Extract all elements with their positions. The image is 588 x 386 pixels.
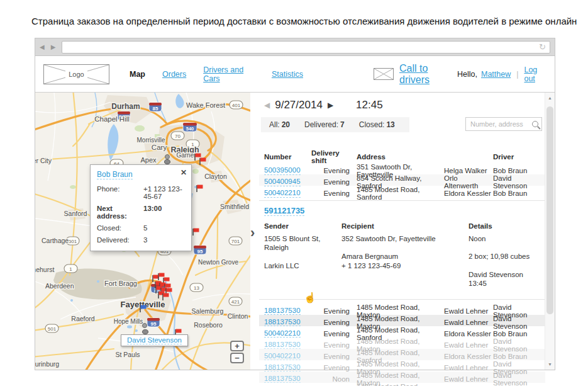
delivery-flag-icon[interactable] — [193, 229, 199, 236]
address-bar-input[interactable] — [66, 43, 539, 52]
table-row[interactable]: 188137530 Evening 1485 Modest Road, Maxt… — [259, 315, 545, 326]
filter-all[interactable]: All:20 — [269, 120, 290, 129]
current-time: 12:45 — [356, 99, 383, 111]
map-city-label: St Pauls — [115, 351, 140, 358]
tab-map[interactable]: Map — [130, 70, 145, 79]
order-number-link[interactable]: 500395000 — [264, 166, 301, 175]
cell-shift: Evening — [309, 353, 356, 360]
driver-marker-icon[interactable] — [165, 155, 170, 159]
cell-driver: David Stevenson — [493, 174, 545, 190]
prev-day-icon[interactable]: ◀ — [264, 101, 270, 110]
greeting-label: Hello, — [457, 70, 477, 79]
user-link[interactable]: Matthew — [481, 70, 511, 79]
driver-map-tag[interactable]: David Stevenson — [121, 334, 188, 346]
zoom-in-button[interactable]: + — [230, 341, 244, 351]
order-search-box[interactable] — [465, 117, 542, 131]
tab-drivers-and-cars[interactable]: Drivers and Cars — [203, 65, 255, 83]
map-city-label: Pinehurst — [35, 266, 54, 273]
driver-marker-icon[interactable] — [165, 160, 170, 164]
cell-recipient: Eldora Kessler — [444, 190, 493, 197]
close-icon[interactable]: ✕ — [180, 168, 187, 177]
map-city-label: Newton Grove — [198, 259, 238, 266]
map-city-label: Smithfield — [220, 203, 249, 210]
table-row[interactable]: 188137530 Evening 1485 Modest Road, Maxt… — [259, 360, 545, 372]
delivery-flag-icon[interactable] — [197, 185, 203, 193]
route-shield: 13 — [194, 285, 199, 291]
popup-delivered-value: 3 — [143, 236, 147, 244]
cell-recipient: Orlo Altenwerth — [444, 174, 493, 190]
order-number-link[interactable]: 188137530 — [264, 307, 301, 315]
table-row[interactable]: 500400945 Evening 854 Scotch Hallway, Sa… — [259, 174, 545, 186]
order-number-link[interactable]: 188137530 — [264, 341, 301, 349]
scroll-down-icon[interactable]: ▼ — [545, 362, 555, 366]
col-header-shift: Delivery shift — [309, 149, 356, 164]
tab-statistics[interactable]: Statistics — [272, 70, 303, 79]
filter-delivered-count: 7 — [340, 120, 345, 129]
table-header-row: Number Delivery shift Address Driver — [259, 149, 545, 163]
driver-marker-icon[interactable] — [143, 324, 147, 328]
order-number-link[interactable]: 500402210 — [264, 189, 301, 198]
orders-scrollbar[interactable]: ▲ ▼ — [545, 93, 555, 370]
cell-shift: Evening — [309, 190, 356, 197]
call-to-drivers-link[interactable]: Call to drivers — [399, 63, 457, 86]
search-icon[interactable] — [532, 121, 538, 127]
date-navigator: ◀ 9/27/2014 ▶ 12:45 — [264, 99, 383, 111]
address-bar[interactable]: ↻ — [62, 41, 550, 54]
cell-recipient: Ewald Lehner — [444, 307, 493, 315]
map-city-label: Sanford — [64, 210, 87, 217]
table-row[interactable]: 500395000 Evening 351 Sawtooth Dr, Fayet… — [259, 163, 545, 174]
popup-closed-value: 5 — [143, 224, 147, 232]
driver-marker-icon[interactable] — [143, 330, 148, 334]
tab-orders[interactable]: Orders — [162, 70, 186, 79]
order-number-link[interactable]: 188137530 — [264, 318, 301, 327]
recipient-column: Recipient 352 Sawtooth Dr, Fayetteville … — [341, 222, 469, 292]
details-cargo: 2 box; 10,98 cubes — [469, 252, 545, 261]
cell-shift: Evening — [309, 178, 356, 186]
zoom-out-button[interactable]: − — [230, 353, 244, 363]
order-number-link[interactable]: 188137530 — [264, 363, 301, 372]
order-number-link[interactable]: 500400945 — [264, 178, 301, 186]
route-shield: 95 — [151, 321, 157, 327]
refresh-icon[interactable]: ↻ — [539, 43, 546, 51]
expanded-order-number-link[interactable]: 591121735 — [264, 206, 304, 216]
popup-next-address-row: Next address: 13:00 — [97, 205, 185, 220]
table-row[interactable]: 188137530 Noon 1485 Modest Road, Maxton … — [259, 372, 545, 383]
order-search-input[interactable] — [469, 120, 532, 128]
map-city-label: Morrisville — [137, 137, 165, 144]
filter-delivered[interactable]: Delivered:7 — [304, 120, 345, 129]
divider: | — [516, 70, 518, 79]
recipient-phone: + 1 123 123-45-69 — [341, 261, 469, 270]
browser-back-icon[interactable]: ◀ — [40, 43, 47, 50]
table-row[interactable]: 188137530 Evening 1485 Modest Road, Maxt… — [259, 338, 545, 349]
cell-driver: David Stevenson — [493, 338, 545, 353]
cell-recipient: Ewald Lehner — [444, 364, 493, 372]
order-number-link[interactable]: 500402210 — [264, 352, 301, 361]
scroll-up-icon[interactable]: ▲ — [545, 96, 555, 100]
driver-map-tag-link[interactable]: David Stevenson — [127, 336, 182, 344]
table-row[interactable]: 188137530 Evening 1485 Modest Road, Maxt… — [259, 304, 545, 315]
sender-address: 1505 S Blount St, Raleigh — [264, 234, 341, 253]
recipient-name: Amara Bergnaum — [341, 252, 469, 261]
cell-driver: Bob Braun — [493, 330, 545, 338]
map-city-label: Salemburg — [192, 307, 224, 315]
expand-panel-icon[interactable]: › — [250, 226, 255, 240]
route-shield: 501 — [48, 326, 57, 332]
cell-recipient: Ewald Lehner — [444, 319, 493, 326]
popup-driver-link[interactable]: Bob Braun — [97, 170, 133, 179]
map-city-label: Apex — [140, 156, 157, 164]
popup-next-address-value: 13:00 — [143, 205, 162, 220]
next-day-icon[interactable]: ▶ — [328, 101, 333, 110]
order-number-link[interactable]: 188137530 — [264, 375, 301, 383]
filter-all-label: All: — [269, 120, 280, 129]
top-navbar: Logo Map Orders Drivers and Cars Statist… — [35, 56, 555, 93]
driver-popup: ✕ Bob Braun Phone: +1 123 123-45-67 Next… — [90, 164, 192, 251]
logout-link[interactable]: Log out — [524, 65, 546, 83]
browser-forward-icon[interactable]: ▶ — [51, 43, 58, 50]
scrollbar-thumb[interactable] — [546, 106, 553, 314]
map-city-label: Clinton — [228, 312, 248, 320]
route-shield: 701 — [231, 239, 240, 244]
filter-closed[interactable]: Closed:13 — [359, 120, 395, 129]
order-number-link[interactable]: 500402210 — [264, 329, 301, 338]
route-shield: 85 — [153, 106, 158, 111]
cell-recipient: Eldora Kessler — [444, 353, 493, 360]
